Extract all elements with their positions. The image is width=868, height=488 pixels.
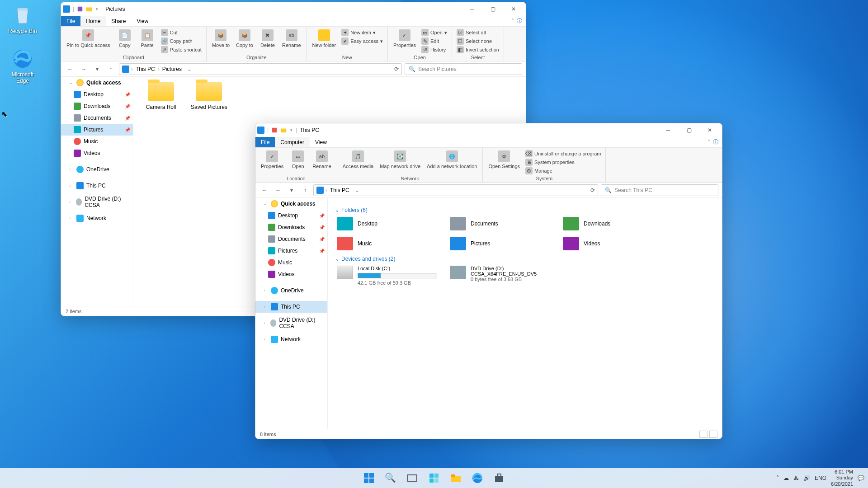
nav-videos[interactable]: Videos <box>61 147 133 159</box>
qat-dropdown-icon[interactable]: ▼ <box>95 7 99 11</box>
properties-qat-icon[interactable] <box>271 127 278 133</box>
desktop-icon-recycle-bin[interactable]: Recycle Bin <box>5 5 41 34</box>
tab-view[interactable]: View <box>310 137 332 147</box>
edge-button[interactable] <box>469 469 486 487</box>
tab-file[interactable]: File <box>255 137 275 147</box>
nav-downloads[interactable]: Downloads📌 <box>61 100 133 112</box>
action-center-button[interactable]: 💬 <box>858 475 864 481</box>
cut-button[interactable]: ✂Cut <box>160 28 203 37</box>
nav-dvd[interactable]: ›DVD Drive (D:) CCSA <box>255 317 327 329</box>
nav-onedrive[interactable]: ›OneDrive <box>61 164 133 175</box>
invert-selection-button[interactable]: ◧Invert selection <box>456 46 500 54</box>
maximize-button[interactable]: ▢ <box>482 2 503 16</box>
nav-music[interactable]: Music <box>61 136 133 147</box>
paste-button[interactable]: 📋Paste <box>137 28 157 49</box>
titlebar[interactable]: | ▼ | This PC ─ ▢ ✕ <box>255 123 722 137</box>
drive-d[interactable]: DVD Drive (D:) CCSA_X64FRE_EN-US_DV5 0 b… <box>448 264 552 287</box>
system-properties-button[interactable]: 🖥System properties <box>524 158 602 166</box>
nav-this-pc[interactable]: ›This PC <box>61 180 133 192</box>
details-view-button[interactable] <box>699 431 708 438</box>
new-folder-button[interactable]: New folder <box>311 28 338 49</box>
easy-access-button[interactable]: ✔Easy access ▾ <box>340 37 384 45</box>
map-drive-button[interactable]: 💽Map network drive <box>378 150 422 170</box>
tab-computer[interactable]: Computer <box>275 137 310 147</box>
minimize-button[interactable]: ─ <box>658 123 679 137</box>
select-none-button[interactable]: ☐Select none <box>456 37 500 45</box>
onedrive-tray-icon[interactable]: ☁ <box>783 475 789 481</box>
language-indicator[interactable]: ENG <box>815 475 826 481</box>
address-bar[interactable]: › This PC › Pictures ⌄ ⟳ <box>119 63 402 75</box>
store-button[interactable] <box>491 469 508 487</box>
nav-downloads[interactable]: Downloads📌 <box>255 221 327 233</box>
pin-to-quick-access-button[interactable]: 📌Pin to Quick access <box>65 28 112 49</box>
folder-downloads[interactable]: Downloads <box>561 215 665 232</box>
add-network-location-button[interactable]: 🌐Add a network location <box>425 150 479 170</box>
address-bar[interactable]: › This PC ⌄ ⟳ <box>313 184 598 196</box>
up-button[interactable]: ↑ <box>105 64 116 75</box>
desktop-icon-edge[interactable]: Microsoft Edge <box>5 48 41 84</box>
start-button[interactable] <box>360 469 377 487</box>
recent-dropdown[interactable]: ▾ <box>286 185 297 196</box>
folder-documents[interactable]: Documents <box>448 215 552 232</box>
nav-desktop[interactable]: Desktop📌 <box>255 210 327 221</box>
nav-dvd[interactable]: ›DVD Drive (D:) CCSA <box>61 196 133 208</box>
back-button[interactable]: ← <box>259 185 270 196</box>
copy-path-button[interactable]: 🔗Copy path <box>160 37 203 45</box>
search-input[interactable]: 🔍 Search This PC <box>601 184 718 196</box>
open-button[interactable]: ▭Open ▾ <box>420 28 448 37</box>
edit-button[interactable]: ✎Edit <box>420 37 448 45</box>
folder-desktop[interactable]: Desktop <box>335 215 439 232</box>
open-settings-button[interactable]: ⚙Open Settings <box>486 150 522 170</box>
widgets-button[interactable] <box>425 469 443 487</box>
new-item-button[interactable]: ✦New item ▾ <box>340 28 384 37</box>
nav-music[interactable]: Music <box>255 257 327 268</box>
drive-c[interactable]: Local Disk (C:) 42.1 GB free of 59.3 GB <box>335 264 439 287</box>
delete-button[interactable]: ✖Delete <box>258 28 278 49</box>
maximize-button[interactable]: ▢ <box>679 123 699 137</box>
nav-quick-access[interactable]: ⌄Quick access <box>255 198 327 210</box>
manage-button[interactable]: ⚙Manage <box>524 167 602 175</box>
folder-pictures[interactable]: Pictures <box>448 235 552 252</box>
save-icon[interactable] <box>77 6 83 12</box>
copy-to-button[interactable]: 📦Copy to <box>234 28 255 49</box>
collapse-ribbon-icon[interactable]: ˄ <box>708 139 710 145</box>
folder-saved-pictures[interactable]: Saved Pictures <box>189 82 229 110</box>
collapse-ribbon-icon[interactable]: ˄ <box>511 18 514 24</box>
paste-shortcut-button[interactable]: ↗Paste shortcut <box>160 46 203 54</box>
help-icon[interactable]: ⓘ <box>713 138 718 146</box>
nav-onedrive[interactable]: ›OneDrive <box>255 285 327 296</box>
nav-network[interactable]: ›Network <box>61 212 133 224</box>
qat-dropdown-icon[interactable]: ▼ <box>289 128 293 132</box>
properties-button[interactable]: ✓Properties <box>392 28 418 49</box>
search-input[interactable]: 🔍 Search Pictures <box>405 63 522 75</box>
titlebar[interactable]: | ▼ | Pictures ─ ▢ ✕ <box>61 2 526 16</box>
open-button[interactable]: ▭Open <box>288 150 308 170</box>
tab-home[interactable]: Home <box>80 16 106 26</box>
content-pane[interactable]: ⌄Folders (6) Desktop Documents Downloads… <box>328 198 722 429</box>
nav-this-pc[interactable]: ›This PC <box>255 301 327 313</box>
folder-videos[interactable]: Videos <box>561 235 665 252</box>
nav-pictures[interactable]: Pictures📌 <box>255 245 327 257</box>
close-button[interactable]: ✕ <box>699 123 720 137</box>
tray-overflow-button[interactable]: ˄ <box>776 475 779 481</box>
clock[interactable]: 6:01 PM Sunday 6/20/2021 <box>831 469 853 487</box>
folder-camera-roll[interactable]: Camera Roll <box>141 82 181 110</box>
move-to-button[interactable]: 📦Move to <box>210 28 231 49</box>
tab-file[interactable]: File <box>61 16 80 26</box>
task-view-button[interactable] <box>404 469 421 487</box>
close-button[interactable]: ✕ <box>503 2 524 16</box>
access-media-button[interactable]: 🎵Access media <box>341 150 375 170</box>
address-dropdown-icon[interactable]: ⌄ <box>355 187 359 193</box>
nav-network[interactable]: ›Network <box>255 333 327 345</box>
recent-dropdown[interactable]: ▾ <box>92 64 103 75</box>
folder-qat-icon[interactable] <box>280 127 287 133</box>
file-explorer-button[interactable] <box>447 469 464 487</box>
section-drives[interactable]: ⌄Devices and drives (2) <box>335 254 715 264</box>
nav-documents[interactable]: Documents📌 <box>61 112 133 124</box>
nav-quick-access[interactable]: ⌄Quick access <box>61 77 133 89</box>
refresh-button[interactable]: ⟳ <box>590 187 595 193</box>
nav-desktop[interactable]: Desktop📌 <box>61 89 133 100</box>
properties-button[interactable]: ✓Properties <box>259 150 285 170</box>
folder-qat-icon[interactable] <box>86 6 92 12</box>
volume-tray-icon[interactable]: 🔊 <box>803 475 810 481</box>
